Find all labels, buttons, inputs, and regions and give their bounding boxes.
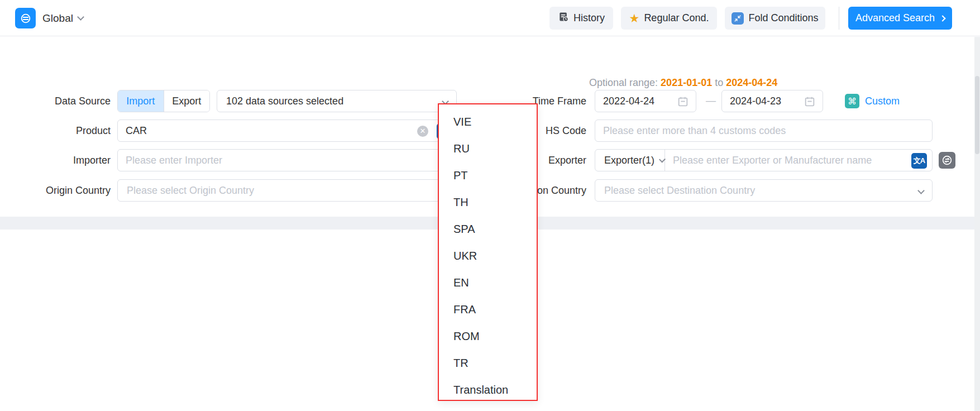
language-option[interactable]: FRA (439, 296, 537, 323)
chevron-right-icon (939, 15, 945, 21)
optional-range-end: 2024-04-24 (726, 77, 777, 88)
fold-conditions-button[interactable]: Fold Conditions (725, 7, 825, 30)
custom-label: Custom (865, 95, 900, 107)
origin-country-select[interactable]: Please select Origin Country (117, 179, 458, 202)
product-input-box: ✕ 文A (117, 120, 458, 142)
time-start-input[interactable] (595, 90, 696, 112)
hs-code-input-box (595, 120, 933, 142)
history-label: History (573, 12, 605, 24)
data-sources-value: 102 data sources selected (217, 95, 343, 107)
destination-country-placeholder: Please select Destination Country (595, 185, 755, 197)
language-option[interactable]: SPA (439, 216, 537, 242)
exporter-type-value: Exporter(1) (604, 155, 654, 166)
regular-cond-label: Regular Cond. (644, 12, 709, 24)
exporter-input[interactable] (665, 150, 932, 171)
language-option[interactable]: EN (439, 269, 537, 296)
optional-range-to: to (715, 77, 723, 88)
destination-country-select[interactable]: Please select Destination Country (595, 179, 933, 202)
optional-range-text: Optional range: 2021-01-01 to 2024-04-24 (589, 77, 777, 89)
data-source-label: Data Source (22, 90, 111, 112)
fold-conditions-label: Fold Conditions (748, 12, 818, 24)
language-option[interactable]: PT (439, 162, 537, 189)
date-range-separator: — (701, 90, 721, 112)
star-icon: ★ (629, 12, 640, 24)
hs-code-input[interactable] (595, 120, 932, 141)
time-end-input[interactable] (721, 90, 823, 112)
language-option[interactable]: VIE (439, 108, 537, 135)
calendar-icon (804, 95, 816, 111)
custom-range-button[interactable]: ⌘ Custom (845, 94, 900, 108)
product-input[interactable] (118, 120, 457, 141)
import-tab[interactable]: Import (118, 90, 164, 112)
history-button[interactable]: History (549, 7, 613, 30)
history-icon (558, 11, 569, 25)
regular-cond-button[interactable]: ★ Regular Cond. (621, 7, 717, 30)
exporter-type-select[interactable]: Exporter(1) (595, 150, 665, 171)
exporter-input-box: Exporter(1) 文A (595, 149, 933, 171)
optional-range-label: Optional range: (589, 77, 658, 88)
origin-country-label: Origin Country (22, 179, 111, 202)
synonym-search-icon[interactable] (939, 152, 955, 169)
language-option[interactable]: RU (439, 135, 537, 162)
export-tab[interactable]: Export (164, 90, 210, 112)
language-option[interactable]: Translation (439, 376, 537, 403)
data-source-toggle: Import Export (117, 90, 210, 112)
region-selector-label[interactable]: Global (42, 0, 73, 36)
trade-search-app: Global History ★ Regular Cond. Fold Cond… (0, 0, 980, 411)
language-option[interactable]: TR (439, 350, 537, 376)
importer-input[interactable] (118, 150, 457, 171)
language-dropdown: VIERUPTTHSPAUKRENFRAROMTRTranslation (438, 103, 538, 401)
language-option[interactable]: ROM (439, 323, 537, 350)
importer-label: Importer (22, 149, 111, 171)
clear-icon[interactable]: ✕ (417, 126, 428, 137)
advanced-search-button[interactable]: Advanced Search (848, 7, 952, 30)
toolbar-divider (839, 7, 839, 30)
scrollbar-thumb[interactable] (975, 76, 979, 154)
data-sources-select[interactable]: 102 data sources selected (217, 90, 457, 112)
chevron-down-icon[interactable] (77, 13, 84, 21)
language-option[interactable]: UKR (439, 242, 537, 269)
scrollbar-track[interactable] (974, 37, 980, 411)
fold-icon (732, 12, 744, 25)
origin-country-placeholder: Please select Origin Country (118, 185, 254, 197)
command-icon: ⌘ (845, 94, 859, 108)
importer-input-box (117, 149, 458, 171)
globe-logo-icon[interactable] (15, 8, 36, 28)
calendar-icon (677, 95, 689, 111)
top-bar: Global History ★ Regular Cond. Fold Cond… (0, 0, 980, 36)
advanced-search-label: Advanced Search (855, 12, 935, 24)
chevron-down-icon (917, 187, 925, 194)
translate-icon[interactable]: 文A (911, 153, 927, 169)
product-label: Product (22, 120, 111, 142)
optional-range-start: 2021-01-01 (661, 77, 712, 88)
language-option[interactable]: TH (439, 189, 537, 216)
